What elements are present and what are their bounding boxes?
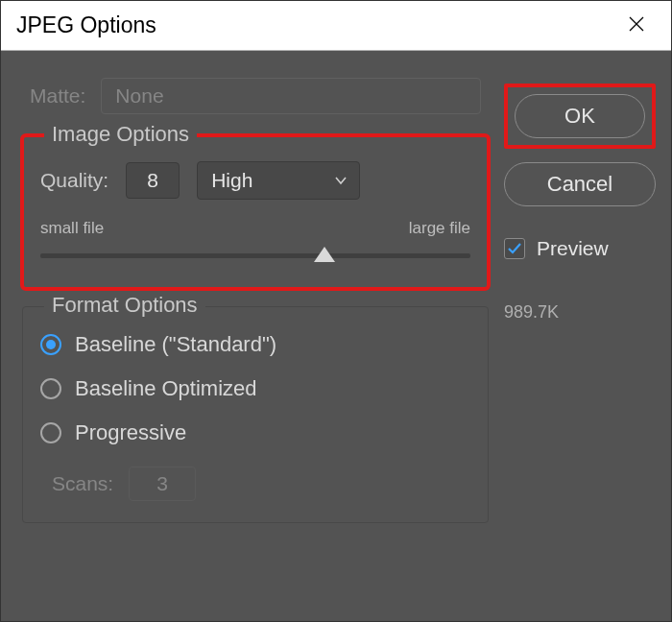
ok-button[interactable]: OK	[515, 94, 645, 138]
radio-indicator	[40, 334, 61, 355]
image-options-group: Image Options Quality: 8 High small file…	[22, 135, 489, 289]
matte-select[interactable]: None	[101, 78, 481, 114]
radio-indicator	[40, 422, 61, 443]
radio-label: Baseline Optimized	[75, 376, 257, 401]
radio-option-0[interactable]: Baseline ("Standard")	[40, 332, 470, 357]
matte-value: None	[115, 84, 163, 108]
image-options-label: Image Options	[44, 122, 197, 147]
scans-label: Scans:	[52, 472, 113, 495]
preview-checkbox[interactable]	[504, 238, 525, 259]
filesize-readout: 989.7K	[504, 302, 656, 323]
matte-label: Matte:	[30, 84, 85, 108]
close-button[interactable]	[617, 7, 656, 45]
scans-select: 3	[129, 466, 196, 501]
format-options-group: Format Options Baseline ("Standard")Base…	[22, 306, 489, 523]
quality-input[interactable]: 8	[126, 162, 180, 199]
radio-label: Baseline ("Standard")	[75, 332, 276, 357]
quality-label: Quality:	[40, 169, 108, 192]
quality-preset-select[interactable]: High	[197, 161, 360, 200]
close-icon	[627, 14, 646, 37]
quality-preset-value: High	[211, 169, 252, 192]
radio-option-2[interactable]: Progressive	[40, 420, 470, 445]
cancel-button[interactable]: Cancel	[504, 162, 656, 206]
large-file-label: large file	[409, 219, 470, 238]
radio-label: Progressive	[75, 420, 186, 445]
check-icon	[507, 241, 522, 256]
titlebar: JPEG Options	[1, 1, 671, 51]
radio-option-1[interactable]: Baseline Optimized	[40, 376, 470, 401]
matte-row: Matte: None	[16, 70, 494, 118]
radio-indicator	[40, 378, 61, 399]
slider-track	[40, 253, 470, 258]
ok-highlight: OK	[504, 84, 656, 149]
jpeg-options-dialog: JPEG Options Matte: None Image Options Q…	[0, 0, 672, 622]
quality-slider[interactable]	[40, 248, 470, 267]
small-file-label: small file	[40, 219, 104, 238]
chevron-down-icon	[334, 169, 348, 192]
format-options-label: Format Options	[44, 293, 205, 318]
window-title: JPEG Options	[16, 12, 617, 38]
preview-label: Preview	[537, 237, 609, 260]
slider-thumb[interactable]	[314, 247, 335, 262]
scans-value: 3	[156, 472, 168, 495]
